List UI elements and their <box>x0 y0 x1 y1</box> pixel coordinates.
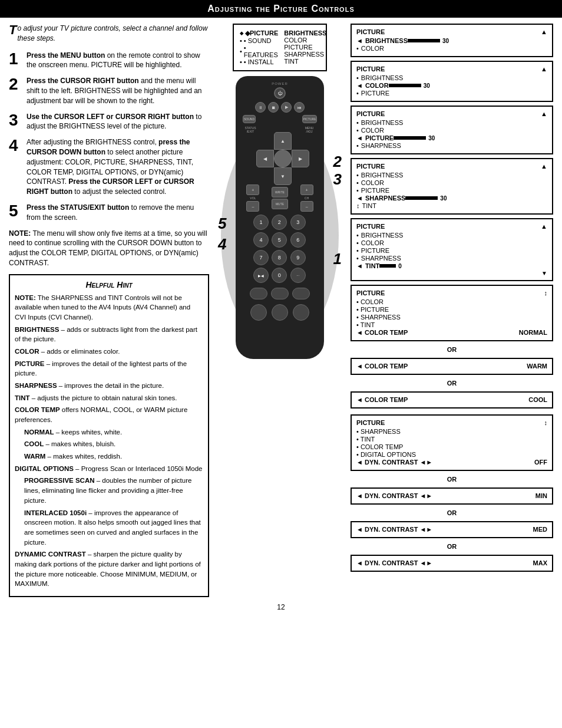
dc-tint-item: • TINT <box>356 436 547 443</box>
num-3[interactable]: 3 <box>290 215 306 230</box>
ch-plus-button[interactable]: + <box>300 185 313 195</box>
color-picture-item: • PICTURE <box>356 90 547 97</box>
num-6[interactable]: 6 <box>290 232 306 248</box>
dyn-contrast-value-max: MAX <box>533 559 547 566</box>
dpad-down[interactable]: ▼ <box>274 167 292 185</box>
helpful-hint-box: Helpful Hint NOTE: The SHARPNESS and TIN… <box>9 274 209 597</box>
dyn-contrast-menu-title: PICTURE ↕ <box>356 419 547 426</box>
step-4: 4 After adjusting the BRIGHTNESS control… <box>9 137 209 197</box>
color-temp-warm-box: ◄ COLOR TEMP WARM <box>351 358 553 375</box>
tint-tint-item: ◄ TINT 0 <box>356 262 547 269</box>
vol-plus-button[interactable]: + <box>246 185 259 195</box>
num-special-left[interactable]: ▶◀ <box>253 268 269 283</box>
step-2-text: Press the CURSOR RIGHT button and the me… <box>27 76 209 106</box>
num-9[interactable]: 9 <box>290 250 306 265</box>
dyn-contrast-max-box: ◄ DYN. CONTRAST ◄► MAX <box>351 555 553 572</box>
dyn-contrast-value-min: MIN <box>535 492 547 499</box>
mute-button[interactable]: MUTE <box>272 199 288 209</box>
picture-button[interactable]: PICTURE <box>302 115 317 123</box>
or-text-3: OR <box>351 476 553 483</box>
dpad-left[interactable]: ◀ <box>256 150 274 167</box>
remote-body: POWER ⏻ ⏸ ⏹ ▶ ⏭ SOUND <box>236 76 324 359</box>
ch-minus-button[interactable]: – <box>300 201 313 212</box>
bottom-round-2[interactable] <box>272 304 288 321</box>
step-4-text: After adjusting the BRIGHTNESS control, … <box>27 137 209 197</box>
or-text-5: OR <box>351 543 553 550</box>
dc-digitaloptions-item: • DIGITAL OPTIONS <box>356 451 547 458</box>
note-text: NOTE: The menu will show only five items… <box>9 229 209 268</box>
remote-area: 2 3 5 4 1 POWER ⏻ ⏸ ⏹ ▶ <box>215 76 345 359</box>
sharpness-menu-title: PICTURE ▲ <box>356 163 547 170</box>
color-menu-box: PICTURE ▲ • BRIGHTNESS ◄ COLOR 30 • PICT… <box>351 61 553 102</box>
menu-right-tint: TINT <box>284 58 326 65</box>
tint-picture-item: • PICTURE <box>356 247 547 254</box>
num-4[interactable]: 4 <box>253 232 269 248</box>
step-overlay-5: 5 <box>218 215 226 233</box>
num-7[interactable]: 7 <box>253 250 269 265</box>
dpad-up[interactable]: ▲ <box>274 132 292 150</box>
tint-sharpness-item: • SHARPNESS <box>356 255 547 262</box>
write-button[interactable]: WRITE <box>272 187 288 197</box>
hint-content: NOTE: The SHARPNESS and TINT Controls wi… <box>15 293 203 589</box>
step-1-text: Press the MENU button on the remote cont… <box>27 51 209 71</box>
sharpness-menu-box: PICTURE ▲ • BRIGHTNESS • COLOR • PICTURE… <box>351 158 553 215</box>
num-8[interactable]: 8 <box>272 250 287 265</box>
dyn-contrast-menu-box: PICTURE ↕ • SHARPNESS • TINT • COLOR TEM… <box>351 414 553 471</box>
picture-adj-menu-title: PICTURE ▲ <box>356 110 547 117</box>
tint-menu-arrow: ▲ <box>541 223 547 230</box>
pause-button[interactable]: ⏸ <box>255 102 266 113</box>
step-5-text: Press the STATUS/EXIT button to remove t… <box>27 203 209 223</box>
color-temp-cool-box: ◄ COLOR TEMP COOL <box>351 391 553 409</box>
menu-item-sound: • SOUND <box>240 37 278 44</box>
dyn-contrast-med-box: ◄ DYN. CONTRAST ◄► MED <box>351 521 553 538</box>
remote-top-label: POWER <box>240 82 319 85</box>
dyn-contrast-menu-arrow: ↕ <box>544 419 548 426</box>
tint-menu-title: PICTURE ▲ <box>356 223 547 230</box>
num-5[interactable]: 5 <box>272 232 287 248</box>
menu-right-brightness: BRIGHTNESS <box>284 29 326 37</box>
dc-colortemp-item: • COLOR TEMP <box>356 443 547 450</box>
sharp-tint-item: ↕ TINT <box>356 202 547 209</box>
stop-button[interactable]: ⏹ <box>268 102 279 113</box>
num-2[interactable]: 2 <box>272 215 287 230</box>
dyn-contrast-value-med: MED <box>533 526 547 533</box>
dyn-contrast-menu-label: PICTURE <box>356 419 385 426</box>
step-1-number: 1 <box>9 51 22 67</box>
brightness-menu-label: PICTURE <box>356 28 385 35</box>
vol-minus-button[interactable]: – <box>246 201 259 212</box>
numpad: 1 2 3 4 5 6 7 8 9 ▶◀ 0 ··· <box>253 215 306 283</box>
bottom-btn-1[interactable] <box>250 288 267 299</box>
sound-button[interactable]: SOUND <box>243 115 256 123</box>
middle-column: ◆PICTURE • SOUND • FEATURES • INSTALL BR… <box>215 24 345 597</box>
dyn-contrast-med-item: ◄ DYN. CONTRAST ◄► MED <box>356 526 547 533</box>
pic-color-item: • COLOR <box>356 127 547 134</box>
num-1[interactable]: 1 <box>253 215 269 230</box>
sharp-brightness-item: • BRIGHTNESS <box>356 172 547 179</box>
page-number: 12 <box>0 603 562 617</box>
power-button[interactable]: ⏻ <box>274 87 286 99</box>
step-3-text: Use the CURSOR LEFT or CURSOR RIGHT butt… <box>27 112 209 132</box>
num-special-right[interactable]: ··· <box>290 268 306 283</box>
dpad-right[interactable]: ▶ <box>292 150 309 167</box>
dyn-contrast-max-item: ◄ DYN. CONTRAST ◄► MAX <box>356 559 547 566</box>
brightness-menu-title: PICTURE ▲ <box>356 28 547 35</box>
ctn-sharpness-item: • SHARPNESS <box>356 314 547 321</box>
ctn-colortemp-item: ◄ COLOR TEMP NORMAL <box>356 329 547 336</box>
dpad-center[interactable] <box>274 150 292 167</box>
tint-menu-box: PICTURE ▲ • BRIGHTNESS • COLOR • PICTURE… <box>351 218 553 281</box>
picture-adj-menu-label: PICTURE <box>356 110 385 117</box>
color-temp-normal-label: PICTURE <box>356 289 385 297</box>
bottom-round-3[interactable] <box>293 304 309 321</box>
bottom-round-1[interactable] <box>250 304 267 321</box>
vol-label: VOL <box>250 196 256 200</box>
menu-item-features: • FEATURES <box>240 44 278 58</box>
num-0[interactable]: 0 <box>272 268 287 283</box>
color-temp-normal-title: PICTURE ↕ <box>356 289 547 297</box>
ff-button[interactable]: ⏭ <box>294 102 305 113</box>
remote-control: POWER ⏻ ⏸ ⏹ ▶ ⏭ SOUND <box>215 76 345 359</box>
play-button[interactable]: ▶ <box>281 102 292 113</box>
bottom-btn-3[interactable] <box>292 288 310 299</box>
bottom-btn-2[interactable] <box>271 288 289 299</box>
sharp-sharpness-item: ◄ SHARPNESS 30 <box>356 195 547 202</box>
dpad: ▲ ▼ ◀ ▶ <box>256 132 309 185</box>
